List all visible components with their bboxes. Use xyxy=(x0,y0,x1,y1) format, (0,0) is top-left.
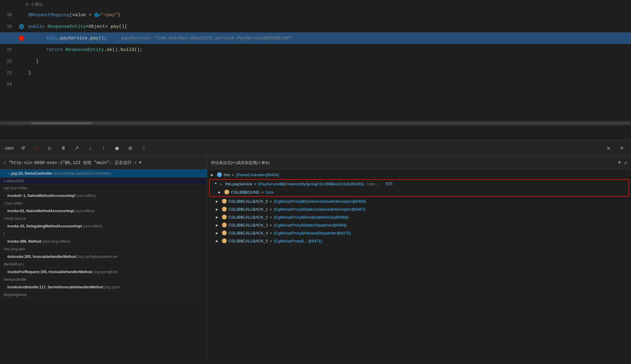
left-panel-path-1: n.demo2023. xyxy=(0,178,207,185)
red-border-highlight: ▼ ∞ this.payService = {PayService$$Enhan… xyxy=(209,179,629,197)
left-panel-path-9: MappingHand xyxy=(0,291,207,298)
left-panel-path-3: t {sun.reflec xyxy=(0,200,207,207)
frame-item-5[interactable]: doInvoke:205, InvocableHandlerMethod (or… xyxy=(0,253,207,261)
expand-arrow-callback-2[interactable]: ▶ xyxy=(216,216,220,219)
eval-header: 评估表达式(↵)或添加监视(⇧⌘⊕) + ⤢ xyxy=(207,156,631,170)
field-icon-callback-2: f xyxy=(222,215,227,219)
left-panel-path-5: } xyxy=(0,230,207,237)
field-icon-callback-5: f xyxy=(222,238,227,243)
expand-arrow-callback-5[interactable]: ▶ xyxy=(216,239,220,243)
view-breakpoints-button[interactable]: ◉ xyxy=(113,144,121,152)
more-options-button[interactable]: ⋮ xyxy=(140,144,148,152)
field-icon-this: f xyxy=(217,172,222,177)
dropdown-icon[interactable]: ▼ xyxy=(139,161,141,165)
variables-list[interactable]: ▶ f this = {DemoController@6454} ▼ ∞ thi… xyxy=(207,170,631,359)
thread-header: ✓ "http-nio-8080-exec-1"@6,123 在组 "main"… xyxy=(0,156,207,170)
code-line-22: 22 } xyxy=(0,55,631,67)
thread-check-icon: ✓ xyxy=(4,160,6,165)
expand-arrow-this[interactable]: ▶ xyxy=(211,173,215,177)
expand-arrow-callback-4[interactable]: ▶ xyxy=(216,231,220,235)
breakpoint-icon: ✓ xyxy=(19,35,24,41)
code-line-19: 19 🌐 public ResponseEntity<Object> pay()… xyxy=(0,21,631,32)
code-line-18: 18 @RequestMapping(value = 🌐∨"/pay") xyxy=(0,9,631,21)
frame-item-3[interactable]: invoke:43, DelegatingMethodAccessorImpl … xyxy=(0,222,207,230)
chain-icon: ∞ xyxy=(219,182,222,186)
left-panel-path-8: bleHandlerMe xyxy=(0,276,207,283)
code-line-23: 23 } xyxy=(0,67,631,79)
code-editor: 0 个用法 18 @RequestMapping(value = 🌐∨"/pay… xyxy=(0,0,631,140)
variables-panel: 评估表达式(↵)或添加监视(⇧⌘⊕) + ⤢ ▶ f this = {DemoC… xyxy=(207,156,631,359)
var-cglib-callback-0[interactable]: ▶ f CGLIB$CALLBACK_0 = {CglibAopProxy$Dy… xyxy=(207,197,631,205)
frame-item-7[interactable]: invokeAndHandle:117, ServletInvocableHan… xyxy=(0,283,207,291)
expand-arrow-cglib-bound[interactable]: ▶ xyxy=(218,191,223,194)
eval-expand-button[interactable]: ⤢ xyxy=(624,160,627,165)
thread-name: "http-nio-8080-exec-1"@6,123 在组 "main": … xyxy=(9,160,131,166)
var-cglib-callback-1[interactable]: ▶ f CGLIB$CALLBACK_1 = {CglibAopProxy$St… xyxy=(207,205,631,213)
eval-add-button[interactable]: + xyxy=(618,159,621,166)
frame-item-6[interactable]: invokeForRequest:150, InvocableHandlerMe… xyxy=(0,268,207,276)
step-over-button[interactable]: ↗ xyxy=(73,144,81,152)
field-icon-callback-4: f xyxy=(222,230,227,235)
restore-button[interactable]: ⊡ xyxy=(618,144,626,152)
var-cglib-callback-5[interactable]: ▶ f CGLIB$CALLBACK_5 = {CglibAopProxy$..… xyxy=(207,237,631,245)
expand-arrow-callback-3[interactable]: ▶ xyxy=(216,223,220,227)
frame-item-0[interactable]: ↩ pay:20, DemoController (com.shishan.de… xyxy=(0,170,207,178)
left-panel-path-7: dlerMethod { xyxy=(0,261,207,268)
frame-item-4[interactable]: invoke:498, Method (java.lang.reflect) xyxy=(0,237,207,246)
expand-arrow-callback-0[interactable]: ▶ xyxy=(216,200,220,203)
field-icon-callback-3: f xyxy=(222,223,227,227)
frame-item-1[interactable]: invoke0:-1, NativeMethodAccessorImpl (su… xyxy=(0,192,207,200)
frame-list[interactable]: ↩ pay:20, DemoController (com.shishan.de… xyxy=(0,170,207,359)
debug-label: uator xyxy=(5,146,14,150)
code-line-24: 24 xyxy=(0,79,631,90)
stop-button[interactable]: □ xyxy=(32,144,41,152)
left-panel-path-2: mpl {sun.reflec xyxy=(0,185,207,192)
frames-panel: ✓ "http-nio-8080-exec-1"@6,123 在组 "main"… xyxy=(0,156,207,359)
left-panel-path-4: orImpl {sun.re xyxy=(0,215,207,222)
pause-button[interactable]: ⏸ xyxy=(59,144,68,152)
resume-button[interactable]: ▷ xyxy=(46,144,54,152)
field-icon-cglib-bound: f xyxy=(224,190,229,194)
debug-toolbar: uator ↺ □ ▷ ⏸ ↗ ↓ ↑ ◉ ⊘ ⋮ ✕ ⊡ xyxy=(0,140,631,156)
debug-panel: uator ↺ □ ▷ ⏸ ↗ ↓ ↑ ◉ ⊘ ⋮ ✕ ⊡ ✓ "http-ni… xyxy=(0,140,631,359)
mute-breakpoints-button[interactable]: ⊘ xyxy=(126,144,135,152)
rerun-button[interactable]: ↺ xyxy=(19,144,27,152)
globe-gutter-icon: 🌐 xyxy=(19,24,24,29)
close-button[interactable]: ✕ xyxy=(604,144,613,152)
left-panel-path-6: hod {org.sprir xyxy=(0,246,207,253)
field-icon-callback-0: f xyxy=(222,199,227,204)
editor-empty-space xyxy=(0,90,631,121)
field-icon-callback-1: f xyxy=(222,207,227,212)
code-line-20: ✓ this.payService.pay(); payService: "co… xyxy=(0,32,631,44)
usage-hint: 0 个用法 xyxy=(0,0,631,9)
eval-label: 评估表达式(↵)或添加监视(⇧⌘⊕) xyxy=(211,160,269,166)
var-cglib-callback-4[interactable]: ▶ f CGLIB$CALLBACK_4 = {CglibAopProxy$Ad… xyxy=(207,229,631,237)
filter-icon[interactable]: ⚡ xyxy=(134,160,137,165)
debug-content: ✓ "http-nio-8080-exec-1"@6,123 在组 "main"… xyxy=(0,156,631,359)
step-into-button[interactable]: ↓ xyxy=(86,144,94,152)
var-cglib-callback-2[interactable]: ▶ f CGLIB$CALLBACK_2 = {CglibAopProxy$Se… xyxy=(207,213,631,221)
var-this[interactable]: ▶ f this = {DemoController@6454} xyxy=(207,171,631,179)
expand-arrow-callback-1[interactable]: ▶ xyxy=(216,208,220,211)
var-cglib-bound[interactable]: ▶ f CGLIB$BOUND = false xyxy=(210,188,629,196)
expand-arrow-payservice[interactable]: ▼ xyxy=(214,182,217,186)
step-out-button[interactable]: ↑ xyxy=(99,144,108,152)
var-this-payservice[interactable]: ▼ ∞ this.payService = {PayService$$Enhan… xyxy=(210,180,629,188)
var-cglib-callback-3[interactable]: ▶ f CGLIB$CALLBACK_3 = {CglibAopProxy$St… xyxy=(207,221,631,229)
horizontal-scrollbar[interactable] xyxy=(0,121,631,126)
code-line-21: 21 return ResponseEntity.ok().build(); xyxy=(0,44,631,55)
frame-item-2[interactable]: invoke:62, NativeMethodAccessorImpl (sun… xyxy=(0,207,207,215)
